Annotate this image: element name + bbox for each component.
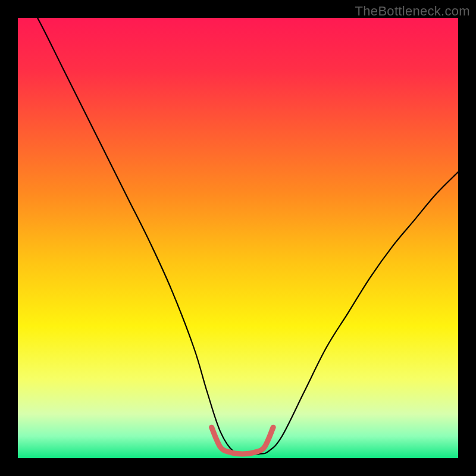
chart-svg [0, 0, 476, 476]
chart-stage: TheBottleneck.com [0, 0, 476, 476]
watermark-text: TheBottleneck.com [355, 4, 470, 19]
plot-background [18, 18, 458, 458]
